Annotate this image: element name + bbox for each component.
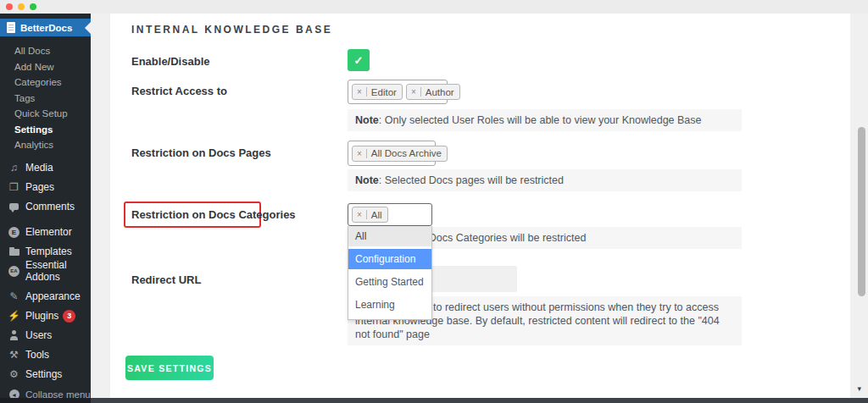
active-menu-arrow-icon bbox=[85, 22, 91, 34]
sidebar-item-media[interactable]: ♫ Media bbox=[0, 158, 91, 178]
window-close-button[interactable] bbox=[6, 3, 13, 10]
collapse-menu-button[interactable]: ◂ Collapse menu bbox=[0, 385, 91, 399]
collapse-menu-label: Collapse menu bbox=[25, 389, 91, 398]
app-window: BetterDocs All Docs Add New Categories T… bbox=[0, 0, 868, 403]
settings-panel: INTERNAL KNOWLEDGE BASE Enable/Disable ✓… bbox=[110, 14, 850, 398]
collapse-arrow-icon: ◂ bbox=[7, 389, 21, 398]
sidebar-item-appearance[interactable]: ✎ Appearance bbox=[0, 287, 91, 306]
enable-disable-label: Enable/Disable bbox=[131, 55, 209, 68]
sidebar-item-betterdocs[interactable]: BetterDocs bbox=[0, 19, 91, 36]
window-titlebar bbox=[0, 0, 868, 14]
dropdown-option-getting-started[interactable]: Getting Started bbox=[348, 272, 431, 292]
docs-pages-select[interactable]: × All Docs Archive bbox=[348, 141, 436, 166]
pages-icon: ❐ bbox=[7, 181, 21, 193]
sidebar-item-tags[interactable]: Tags bbox=[0, 91, 91, 107]
tag-label: All Docs Archive bbox=[371, 148, 442, 158]
menu-label: Plugins bbox=[25, 310, 58, 322]
menu-label: Templates bbox=[25, 246, 72, 257]
tag-all-docs-archive: × All Docs Archive bbox=[352, 146, 448, 162]
document-icon bbox=[7, 22, 15, 33]
sidebar-item-all-docs[interactable]: All Docs bbox=[0, 43, 91, 59]
tag-label: Editor bbox=[371, 87, 397, 97]
window-zoom-button[interactable] bbox=[30, 3, 36, 10]
templates-icon bbox=[7, 247, 21, 256]
sidebar-item-quick-setup[interactable]: Quick Setup bbox=[0, 106, 91, 122]
sidebar-item-elementor[interactable]: E Elementor bbox=[0, 223, 91, 242]
menu-label: Comments bbox=[25, 201, 75, 213]
elementor-icon: E bbox=[7, 227, 21, 238]
tag-editor: × Editor bbox=[352, 84, 403, 100]
restrict-access-label: Restrict Access to bbox=[131, 85, 227, 97]
checkmark-icon: ✓ bbox=[354, 54, 364, 67]
docs-categories-select[interactable]: × All bbox=[348, 203, 432, 226]
appearance-icon: ✎ bbox=[7, 290, 21, 302]
comments-icon bbox=[7, 203, 21, 210]
tag-label: Author bbox=[426, 87, 454, 97]
plugins-icon: ⚡ bbox=[7, 310, 21, 322]
sidebar-item-tools[interactable]: ⚒ Tools bbox=[0, 345, 91, 365]
tag-label: All bbox=[371, 210, 382, 220]
sidebar-item-wp-settings[interactable]: ⚙ Settings bbox=[0, 365, 91, 384]
menu-label: Appearance bbox=[25, 290, 81, 302]
tools-icon: ⚒ bbox=[7, 349, 21, 361]
scroll-down-icon[interactable]: ▾ bbox=[857, 385, 861, 393]
restrict-access-select[interactable]: × Editor × Author bbox=[348, 80, 448, 104]
sidebar-item-pages[interactable]: ❐ Pages bbox=[0, 178, 91, 197]
sidebar-item-categories[interactable]: Categories bbox=[0, 75, 91, 91]
sidebar-item-settings-active[interactable]: Settings bbox=[0, 122, 91, 138]
restrict-access-note: Note: Only selected User Roles will be a… bbox=[348, 109, 742, 131]
remove-tag-icon[interactable]: × bbox=[357, 210, 367, 219]
scrollbar-thumb[interactable] bbox=[858, 127, 865, 296]
docs-categories-dropdown: All Configuration Getting Started Learni… bbox=[348, 226, 432, 320]
save-settings-button[interactable]: SAVE SETTINGS bbox=[125, 356, 214, 380]
plugins-update-badge: 3 bbox=[63, 310, 75, 323]
dropdown-option-all[interactable]: All bbox=[348, 226, 431, 246]
sidebar-item-analytics[interactable]: Analytics bbox=[0, 137, 91, 153]
dropdown-option-configuration[interactable]: Configuration bbox=[348, 249, 431, 269]
redirect-url-label: Redirect URL bbox=[131, 273, 201, 286]
docs-categories-label: Restriction on Docs Categories bbox=[131, 208, 296, 221]
users-icon bbox=[7, 330, 21, 340]
tag-author: × Author bbox=[406, 84, 460, 100]
menu-label: Settings bbox=[25, 368, 62, 380]
enable-disable-checkbox[interactable]: ✓ bbox=[348, 49, 370, 71]
remove-tag-icon[interactable]: × bbox=[411, 87, 421, 97]
sidebar-item-comments[interactable]: Comments bbox=[0, 197, 91, 217]
betterdocs-submenu: All Docs Add New Categories Tags Quick S… bbox=[0, 36, 91, 158]
window-bottom-edge bbox=[0, 398, 868, 403]
content-area: INTERNAL KNOWLEDGE BASE Enable/Disable ✓… bbox=[91, 14, 868, 398]
media-icon: ♫ bbox=[7, 162, 21, 174]
sidebar-item-plugins[interactable]: ⚡ Plugins 3 bbox=[0, 306, 91, 326]
page-title: INTERNAL KNOWLEDGE BASE bbox=[131, 24, 332, 36]
menu-label: Pages bbox=[25, 181, 54, 193]
menu-label: Media bbox=[25, 162, 53, 174]
menu-label: Essential Addons bbox=[25, 259, 91, 283]
remove-tag-icon[interactable]: × bbox=[357, 87, 367, 97]
dropdown-option-learning[interactable]: Learning bbox=[348, 295, 431, 315]
window-minimize-button[interactable] bbox=[18, 3, 25, 10]
docs-pages-label: Restriction on Docs Pages bbox=[131, 146, 271, 159]
settings-gear-icon: ⚙ bbox=[7, 368, 21, 380]
sidebar-item-add-new[interactable]: Add New bbox=[0, 59, 91, 75]
admin-sidebar: BetterDocs All Docs Add New Categories T… bbox=[0, 14, 91, 398]
remove-tag-icon[interactable]: × bbox=[357, 149, 367, 158]
tag-all: × All bbox=[352, 207, 388, 223]
essential-addons-icon: EA bbox=[7, 266, 21, 277]
sidebar-item-essential-addons[interactable]: EA Essential Addons bbox=[0, 262, 91, 281]
menu-label: Tools bbox=[25, 349, 49, 361]
menu-label: Elementor bbox=[25, 226, 72, 238]
docs-pages-note: Note: Selected Docs pages will be restri… bbox=[348, 169, 742, 191]
window-bottom-edge-sidebar bbox=[0, 398, 91, 403]
betterdocs-label: BetterDocs bbox=[20, 23, 72, 33]
sidebar-item-users[interactable]: Users bbox=[0, 326, 91, 345]
menu-label: Users bbox=[25, 329, 52, 341]
